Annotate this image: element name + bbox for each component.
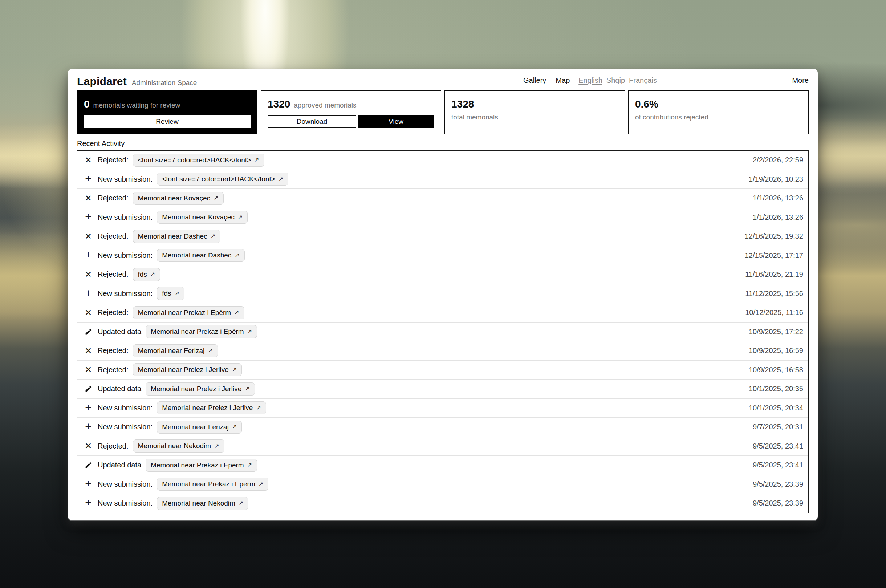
memorial-chip[interactable]: Memorial near Prekaz i Epërm ↗ (157, 478, 268, 490)
activity-row: + New submission: fds ↗ 11/12/2025, 15:5… (77, 284, 808, 303)
activity-timestamp: 9/5/2025, 23:39 (753, 480, 803, 489)
total-count: 1328 (451, 98, 474, 110)
activity-action-label: Updated data (98, 328, 141, 336)
plus-icon: + (83, 420, 93, 434)
x-icon: ✕ (83, 308, 93, 318)
memorial-chip[interactable]: Memorial near Nekodim ↗ (133, 440, 224, 453)
activity-action-label: New submission: (98, 290, 153, 298)
memorial-chip[interactable]: <font size=7 color=red>HACK</font> ↗ (133, 154, 264, 167)
activity-action-label: Rejected: (98, 346, 129, 355)
activity-action-label: Updated data (98, 461, 141, 469)
activity-timestamp: 1/1/2026, 13:26 (753, 213, 803, 222)
approved-count: 1320 (268, 98, 290, 110)
memorial-chip-label: Memorial near Prekaz i Epërm (151, 328, 244, 336)
memorial-chip-label: Memorial near Dashec (138, 232, 207, 240)
activity-action-label: Rejected: (98, 194, 129, 202)
external-link-icon: ↗ (150, 271, 155, 278)
plus-icon: + (83, 172, 93, 186)
activity-table: ✕ Rejected: <font size=7 color=red>HACK<… (77, 150, 809, 513)
plus-icon: + (83, 478, 93, 491)
activity-timestamp: 10/9/2025, 16:59 (749, 346, 803, 355)
activity-row: + New submission: Memorial near Dashec ↗… (77, 246, 808, 265)
memorial-chip[interactable]: fds ↗ (157, 287, 184, 300)
admin-panel: Lapidaret Administration Space Gallery M… (68, 69, 818, 520)
plus-icon: + (83, 287, 93, 300)
memorial-chip[interactable]: Memorial near Ferizaj ↗ (157, 421, 242, 434)
activity-row: ✕ Rejected: Memorial near Kovaçec ↗ 1/1/… (77, 189, 808, 208)
more-menu-button[interactable]: More (792, 76, 809, 85)
external-link-icon: ↗ (259, 480, 263, 488)
memorial-chip[interactable]: Memorial near Nekodim ↗ (157, 497, 248, 510)
activity-timestamp: 1/1/2026, 13:26 (753, 194, 803, 202)
memorial-chip-label: Memorial near Nekodim (162, 500, 235, 507)
activity-timestamp: 11/16/2025, 21:19 (745, 270, 803, 279)
activity-row: + New submission: Memorial near Prekaz i… (77, 475, 808, 494)
memorial-chip[interactable]: Memorial near Prekaz i Epërm ↗ (145, 459, 257, 472)
language-english-link[interactable]: English (579, 76, 603, 85)
activity-row: Updated data Memorial near Prelez i Jerl… (77, 379, 808, 398)
x-icon: ✕ (83, 193, 93, 203)
nav-map-link[interactable]: Map (556, 76, 570, 85)
brand: Lapidaret Administration Space (77, 75, 197, 87)
activity-timestamp: 1/19/2026, 10:23 (749, 175, 803, 183)
activity-action-label: New submission: (98, 213, 153, 222)
memorial-chip[interactable]: Memorial near Prelez i Jerlive ↗ (145, 382, 255, 396)
download-button[interactable]: Download (268, 116, 356, 128)
memorial-chip-label: Memorial near Dashec (162, 251, 231, 260)
activity-action-label: New submission: (98, 499, 153, 507)
memorial-chip-label: Memorial near Prelez i Jerlive (151, 385, 241, 393)
memorial-chip[interactable]: Memorial near Ferizaj ↗ (133, 344, 218, 357)
activity-action-label: Rejected: (98, 270, 129, 279)
activity-timestamp: 9/5/2025, 23:39 (753, 499, 803, 507)
memorial-chip[interactable]: Memorial near Kovaçec ↗ (133, 192, 224, 205)
activity-timestamp: 10/1/2025, 20:34 (749, 404, 803, 412)
x-icon: ✕ (83, 270, 93, 280)
plus-icon: + (83, 401, 93, 415)
memorial-chip[interactable]: Memorial near Prekaz i Epërm ↗ (145, 325, 257, 338)
activity-action-label: New submission: (98, 404, 153, 412)
memorial-chip-label: Memorial near Prekaz i Epërm (151, 461, 244, 469)
activity-action-label: Rejected: (98, 156, 129, 164)
memorial-chip-label: Memorial near Ferizaj (162, 423, 229, 431)
language-shqip-link[interactable]: Shqip (606, 76, 625, 85)
memorial-chip[interactable]: fds ↗ (133, 268, 160, 281)
stats-cards: 0 memorials waiting for review Review 13… (77, 90, 809, 134)
activity-action-label: Updated data (98, 385, 141, 393)
activity-row: + New submission: Memorial near Prelez i… (77, 398, 808, 418)
memorial-chip-label: Memorial near Prekaz i Epërm (162, 480, 255, 488)
external-link-icon: ↗ (208, 347, 213, 354)
external-link-icon: ↗ (247, 461, 252, 468)
external-link-icon: ↗ (238, 213, 243, 220)
recent-activity-heading: Recent Activity (77, 140, 809, 148)
review-button[interactable]: Review (84, 116, 250, 128)
memorial-chip-label: fds (162, 290, 171, 297)
activity-timestamp: 12/15/2025, 17:17 (745, 251, 803, 260)
pencil-icon (83, 461, 93, 469)
activity-row: Updated data Memorial near Prekaz i Epër… (77, 455, 808, 475)
pencil-icon (83, 385, 93, 393)
external-link-icon: ↗ (235, 252, 239, 259)
view-button[interactable]: View (358, 116, 434, 128)
total-label: total memorials (445, 110, 625, 121)
activity-timestamp: 12/16/2025, 19:32 (745, 232, 803, 240)
memorial-chip[interactable]: <font size=7 color=red>HACK</font> ↗ (157, 172, 288, 186)
activity-action-label: New submission: (98, 175, 153, 183)
activity-timestamp: 10/1/2025, 20:35 (749, 385, 803, 393)
memorial-chip[interactable]: Memorial near Prekaz i Epërm ↗ (133, 306, 244, 319)
activity-row: ✕ Rejected: <font size=7 color=red>HACK<… (77, 151, 808, 170)
language-francais-link[interactable]: Français (629, 76, 657, 85)
memorial-chip[interactable]: Memorial near Dashec ↗ (157, 249, 245, 262)
main-nav: Gallery Map English Shqip Français (523, 76, 661, 85)
memorial-chip[interactable]: Memorial near Prelez i Jerlive ↗ (133, 363, 242, 376)
nav-gallery-link[interactable]: Gallery (523, 76, 546, 85)
x-icon: ✕ (83, 364, 93, 375)
memorial-chip[interactable]: Memorial near Prelez i Jerlive ↗ (157, 401, 266, 414)
memorial-chip[interactable]: Memorial near Dashec ↗ (133, 230, 221, 243)
pending-review-card: 0 memorials waiting for review Review (77, 90, 258, 134)
plus-icon: + (83, 496, 93, 510)
activity-row: ✕ Rejected: Memorial near Ferizaj ↗ 10/9… (77, 341, 808, 360)
memorial-chip-label: <font size=7 color=red>HACK</font> (138, 156, 251, 164)
memorial-chip-label: fds (138, 271, 147, 279)
memorial-chip[interactable]: Memorial near Kovaçec ↗ (157, 211, 247, 224)
memorial-chip-label: Memorial near Prelez i Jerlive (162, 404, 253, 412)
